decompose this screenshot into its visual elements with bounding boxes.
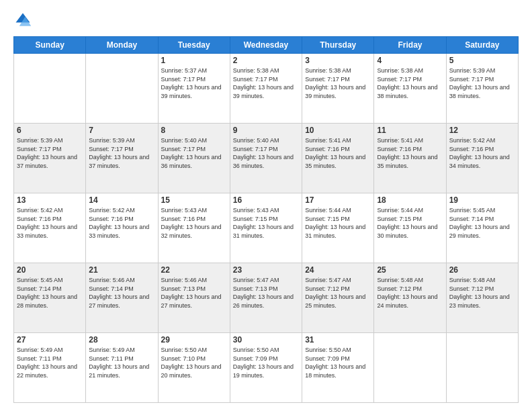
day-info: Sunrise: 5:38 AM Sunset: 7:17 PM Dayligh…: [233, 66, 299, 100]
day-info: Sunrise: 5:40 AM Sunset: 7:17 PM Dayligh…: [161, 136, 227, 170]
calendar-cell: 4Sunrise: 5:38 AM Sunset: 7:17 PM Daylig…: [374, 54, 446, 124]
logo: [13, 11, 35, 30]
day-info: Sunrise: 5:42 AM Sunset: 7:16 PM Dayligh…: [89, 206, 154, 240]
day-number: 2: [233, 56, 299, 65]
day-info: Sunrise: 5:38 AM Sunset: 7:17 PM Dayligh…: [377, 66, 443, 100]
calendar-week-2: 6Sunrise: 5:39 AM Sunset: 7:17 PM Daylig…: [14, 124, 519, 193]
day-number: 6: [17, 126, 83, 135]
calendar-cell: 16Sunrise: 5:43 AM Sunset: 7:15 PM Dayli…: [230, 193, 302, 263]
day-number: 17: [305, 195, 371, 205]
day-header-tuesday: Tuesday: [158, 37, 230, 54]
calendar-week-5: 27Sunrise: 5:49 AM Sunset: 7:11 PM Dayli…: [14, 333, 519, 403]
calendar-cell: 20Sunrise: 5:45 AM Sunset: 7:14 PM Dayli…: [14, 263, 86, 333]
calendar-cell: 19Sunrise: 5:45 AM Sunset: 7:14 PM Dayli…: [446, 193, 518, 263]
day-number: 27: [17, 335, 83, 345]
calendar-cell: 17Sunrise: 5:44 AM Sunset: 7:15 PM Dayli…: [302, 193, 374, 263]
calendar-week-3: 13Sunrise: 5:42 AM Sunset: 7:16 PM Dayli…: [14, 193, 519, 263]
calendar-week-1: 1Sunrise: 5:37 AM Sunset: 7:17 PM Daylig…: [14, 54, 519, 124]
calendar-cell: 24Sunrise: 5:47 AM Sunset: 7:12 PM Dayli…: [302, 263, 374, 333]
day-info: Sunrise: 5:47 AM Sunset: 7:12 PM Dayligh…: [305, 276, 371, 310]
day-number: 24: [305, 265, 371, 275]
calendar-cell: 21Sunrise: 5:46 AM Sunset: 7:14 PM Dayli…: [86, 263, 158, 333]
day-info: Sunrise: 5:43 AM Sunset: 7:15 PM Dayligh…: [233, 206, 299, 240]
calendar-cell: 27Sunrise: 5:49 AM Sunset: 7:11 PM Dayli…: [14, 333, 86, 403]
calendar-cell: 31Sunrise: 5:50 AM Sunset: 7:09 PM Dayli…: [302, 333, 374, 403]
day-number: 19: [449, 195, 515, 205]
calendar-cell: 10Sunrise: 5:41 AM Sunset: 7:16 PM Dayli…: [302, 124, 374, 193]
calendar-cell: 5Sunrise: 5:39 AM Sunset: 7:17 PM Daylig…: [446, 54, 518, 124]
calendar-cell: 14Sunrise: 5:42 AM Sunset: 7:16 PM Dayli…: [86, 193, 158, 263]
day-info: Sunrise: 5:42 AM Sunset: 7:16 PM Dayligh…: [17, 206, 83, 240]
calendar-cell: 6Sunrise: 5:39 AM Sunset: 7:17 PM Daylig…: [14, 124, 86, 193]
calendar-cell: 15Sunrise: 5:43 AM Sunset: 7:16 PM Dayli…: [158, 193, 230, 263]
calendar-cell: 26Sunrise: 5:48 AM Sunset: 7:12 PM Dayli…: [446, 263, 518, 333]
calendar-cell: 1Sunrise: 5:37 AM Sunset: 7:17 PM Daylig…: [158, 54, 230, 124]
day-number: 10: [305, 126, 371, 135]
calendar-week-4: 20Sunrise: 5:45 AM Sunset: 7:14 PM Dayli…: [14, 263, 519, 333]
calendar-cell: 8Sunrise: 5:40 AM Sunset: 7:17 PM Daylig…: [158, 124, 230, 193]
calendar-cell: 18Sunrise: 5:44 AM Sunset: 7:15 PM Dayli…: [374, 193, 446, 263]
calendar-cell: [374, 333, 446, 403]
calendar-cell: 13Sunrise: 5:42 AM Sunset: 7:16 PM Dayli…: [14, 193, 86, 263]
day-info: Sunrise: 5:50 AM Sunset: 7:09 PM Dayligh…: [233, 346, 299, 379]
day-number: 31: [305, 335, 371, 345]
day-info: Sunrise: 5:40 AM Sunset: 7:17 PM Dayligh…: [233, 136, 299, 170]
day-number: 1: [161, 56, 227, 65]
day-header-monday: Monday: [86, 37, 158, 54]
calendar-cell: 30Sunrise: 5:50 AM Sunset: 7:09 PM Dayli…: [230, 333, 302, 403]
day-number: 28: [89, 335, 154, 345]
day-number: 5: [449, 56, 515, 65]
day-info: Sunrise: 5:45 AM Sunset: 7:14 PM Dayligh…: [449, 206, 515, 240]
day-info: Sunrise: 5:46 AM Sunset: 7:13 PM Dayligh…: [161, 276, 227, 310]
calendar-cell: 9Sunrise: 5:40 AM Sunset: 7:17 PM Daylig…: [230, 124, 302, 193]
day-info: Sunrise: 5:38 AM Sunset: 7:17 PM Dayligh…: [305, 66, 371, 100]
day-number: 18: [377, 195, 443, 205]
calendar-cell: [446, 333, 518, 403]
day-info: Sunrise: 5:48 AM Sunset: 7:12 PM Dayligh…: [377, 276, 443, 310]
day-info: Sunrise: 5:43 AM Sunset: 7:16 PM Dayligh…: [161, 206, 227, 240]
calendar-cell: 23Sunrise: 5:47 AM Sunset: 7:13 PM Dayli…: [230, 263, 302, 333]
day-info: Sunrise: 5:37 AM Sunset: 7:17 PM Dayligh…: [161, 66, 227, 100]
calendar-cell: 22Sunrise: 5:46 AM Sunset: 7:13 PM Dayli…: [158, 263, 230, 333]
day-number: 25: [377, 265, 443, 275]
calendar-cell: 3Sunrise: 5:38 AM Sunset: 7:17 PM Daylig…: [302, 54, 374, 124]
day-number: 20: [17, 265, 83, 275]
day-header-saturday: Saturday: [446, 37, 518, 54]
day-number: 21: [89, 265, 154, 275]
logo-icon: [13, 11, 32, 30]
calendar-cell: 29Sunrise: 5:50 AM Sunset: 7:10 PM Dayli…: [158, 333, 230, 403]
day-info: Sunrise: 5:42 AM Sunset: 7:16 PM Dayligh…: [449, 136, 515, 170]
day-number: 7: [89, 126, 154, 135]
day-info: Sunrise: 5:44 AM Sunset: 7:15 PM Dayligh…: [377, 206, 443, 240]
day-info: Sunrise: 5:39 AM Sunset: 7:17 PM Dayligh…: [89, 136, 154, 170]
day-number: 3: [305, 56, 371, 65]
calendar-table: SundayMondayTuesdayWednesdayThursdayFrid…: [13, 36, 519, 403]
day-info: Sunrise: 5:39 AM Sunset: 7:17 PM Dayligh…: [449, 66, 515, 100]
calendar-cell: 2Sunrise: 5:38 AM Sunset: 7:17 PM Daylig…: [230, 54, 302, 124]
page-header: [13, 11, 519, 30]
day-info: Sunrise: 5:50 AM Sunset: 7:09 PM Dayligh…: [305, 346, 371, 379]
day-info: Sunrise: 5:46 AM Sunset: 7:14 PM Dayligh…: [89, 276, 154, 310]
calendar-cell: 11Sunrise: 5:41 AM Sunset: 7:16 PM Dayli…: [374, 124, 446, 193]
day-info: Sunrise: 5:41 AM Sunset: 7:16 PM Dayligh…: [377, 136, 443, 170]
day-info: Sunrise: 5:44 AM Sunset: 7:15 PM Dayligh…: [305, 206, 371, 240]
day-number: 13: [17, 195, 83, 205]
day-info: Sunrise: 5:39 AM Sunset: 7:17 PM Dayligh…: [17, 136, 83, 170]
day-info: Sunrise: 5:41 AM Sunset: 7:16 PM Dayligh…: [305, 136, 371, 170]
day-number: 11: [377, 126, 443, 135]
day-info: Sunrise: 5:50 AM Sunset: 7:10 PM Dayligh…: [161, 346, 227, 379]
day-number: 26: [449, 265, 515, 275]
day-number: 8: [161, 126, 227, 135]
day-info: Sunrise: 5:45 AM Sunset: 7:14 PM Dayligh…: [17, 276, 83, 310]
day-number: 29: [161, 335, 227, 345]
day-number: 15: [161, 195, 227, 205]
calendar-cell: 12Sunrise: 5:42 AM Sunset: 7:16 PM Dayli…: [446, 124, 518, 193]
calendar-cell: [86, 54, 158, 124]
day-info: Sunrise: 5:47 AM Sunset: 7:13 PM Dayligh…: [233, 276, 299, 310]
day-number: 16: [233, 195, 299, 205]
day-number: 14: [89, 195, 154, 205]
day-header-wednesday: Wednesday: [230, 37, 302, 54]
calendar-cell: 25Sunrise: 5:48 AM Sunset: 7:12 PM Dayli…: [374, 263, 446, 333]
day-number: 22: [161, 265, 227, 275]
day-number: 12: [449, 126, 515, 135]
